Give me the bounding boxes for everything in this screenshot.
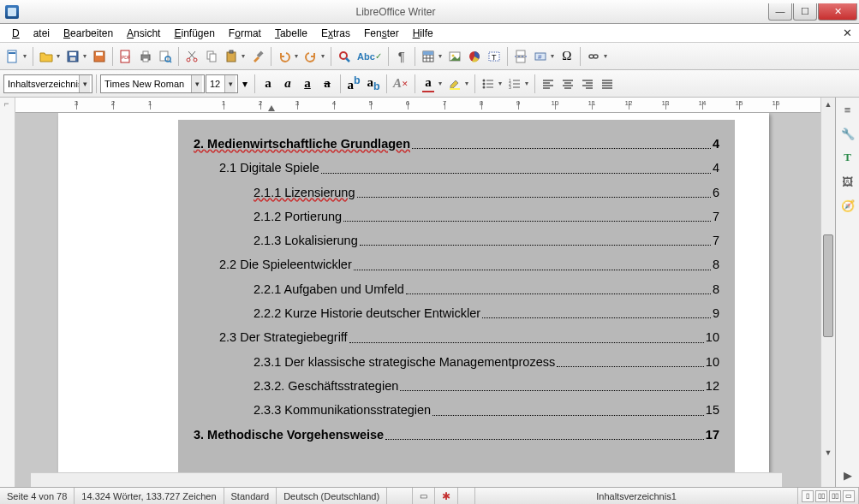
view-book-icon[interactable]: ▯▯ bbox=[829, 490, 841, 502]
bullet-list-button[interactable] bbox=[479, 74, 504, 94]
toc-entry-text: 2.1.2 Portierung bbox=[254, 208, 342, 225]
menu-einfuegen[interactable]: Einfügen bbox=[167, 26, 221, 41]
highlight-color-button[interactable] bbox=[445, 74, 471, 94]
font-name-combo[interactable]: Times New Roman bbox=[100, 74, 205, 93]
svg-point-16 bbox=[194, 58, 197, 62]
print-button[interactable] bbox=[136, 46, 155, 67]
underline-button[interactable]: a bbox=[298, 74, 317, 94]
document-page[interactable]: 2. Medienwirtschaftliche Grundlagen42.1 … bbox=[58, 113, 769, 487]
toc-entry[interactable]: 2.1 Digitale Spiele4 bbox=[194, 159, 719, 176]
toc-entry[interactable]: 2.2.1 Aufgaben und Umfeld8 bbox=[194, 281, 719, 298]
view-web-icon[interactable]: ▭ bbox=[843, 490, 855, 502]
status-page[interactable]: Seite 4 von 78 bbox=[0, 488, 75, 504]
menu-ansicht[interactable]: Ansicht bbox=[120, 26, 167, 41]
font-size-combo[interactable]: 12 bbox=[206, 74, 238, 93]
sidebar-navigator-icon[interactable]: 🧭 bbox=[839, 197, 856, 214]
font-color-button[interactable]: a bbox=[419, 74, 444, 94]
status-language[interactable]: Deutsch (Deutschland) bbox=[277, 488, 387, 504]
toc-entry[interactable]: 2.2.2 Kurze Historie deutscher Entwickle… bbox=[194, 305, 719, 322]
strikethrough-button[interactable]: a bbox=[318, 74, 337, 94]
open-button[interactable] bbox=[37, 46, 63, 67]
insert-special-char-button[interactable]: Ω bbox=[558, 46, 576, 67]
align-justify-button[interactable] bbox=[598, 74, 617, 94]
menu-tabelle[interactable]: Tabelle bbox=[268, 26, 314, 41]
align-left-button[interactable] bbox=[539, 74, 558, 94]
insert-image-button[interactable] bbox=[445, 46, 464, 67]
menu-datei[interactable]: Datei bbox=[5, 26, 57, 41]
insert-table-button[interactable] bbox=[419, 46, 444, 67]
sidebar-gallery-icon[interactable]: 🖼 bbox=[839, 173, 856, 190]
menu-extras[interactable]: Extras bbox=[314, 26, 357, 41]
paste-button[interactable] bbox=[222, 46, 248, 67]
toc-entry-page: 9 bbox=[713, 305, 719, 322]
toc-entry[interactable]: 2.1.3 Lokalisierung7 bbox=[194, 232, 719, 249]
toc-entry[interactable]: 2.1.2 Portierung7 bbox=[194, 208, 719, 225]
find-replace-button[interactable] bbox=[335, 46, 354, 67]
status-wordcount[interactable]: 14.324 Wörter, 133.727 Zeichen bbox=[75, 488, 224, 504]
sidebar-properties-icon[interactable]: ≡ bbox=[839, 101, 856, 118]
toc-entry[interactable]: 2.3.3 Kommunikationsstrategien15 bbox=[194, 401, 719, 418]
italic-button[interactable]: a bbox=[278, 74, 297, 94]
status-modified-icon[interactable]: ✱ bbox=[435, 488, 458, 504]
menu-bearbeiten[interactable]: Bearbeiten bbox=[57, 26, 120, 41]
spellcheck-button[interactable]: Abc✓ bbox=[355, 46, 385, 67]
bold-button[interactable]: a bbox=[259, 74, 277, 94]
align-center-button[interactable] bbox=[558, 74, 577, 94]
cut-button[interactable] bbox=[182, 46, 201, 67]
vertical-scrollbar[interactable]: ▲ ▼ bbox=[820, 98, 835, 487]
insert-hyperlink-button[interactable] bbox=[584, 46, 610, 67]
clear-formatting-button[interactable]: A✕ bbox=[391, 74, 411, 94]
menu-format[interactable]: Format bbox=[222, 26, 268, 41]
sidebar-collapse-icon[interactable]: ▶ bbox=[839, 466, 856, 483]
insert-page-break-button[interactable] bbox=[511, 46, 530, 67]
paragraph-style-combo[interactable]: Inhaltsverzeichnis bbox=[3, 74, 92, 93]
toc-entry[interactable]: 2.2 Die Spieleentwickler8 bbox=[194, 256, 719, 273]
toc-entry[interactable]: 2.3.2. Geschäftsstrategien12 bbox=[194, 377, 719, 394]
view-multi-page-icon[interactable]: ▯▯ bbox=[815, 490, 827, 502]
sidebar-styles-icon[interactable]: 🔧 bbox=[839, 125, 856, 142]
maximize-button[interactable]: ☐ bbox=[793, 3, 817, 21]
close-document-button[interactable]: ✕ bbox=[840, 27, 854, 40]
menu-fenster[interactable]: Fenster bbox=[357, 26, 406, 41]
toc-entry[interactable]: 2.3.1 Der klassische strategische Manage… bbox=[194, 353, 719, 371]
save-button[interactable] bbox=[63, 46, 89, 67]
toc-entry-page: 12 bbox=[706, 377, 719, 394]
toc-entry-page: 4 bbox=[713, 135, 719, 152]
format-paintbrush-button[interactable] bbox=[248, 46, 267, 67]
insert-textbox-button[interactable]: T bbox=[485, 46, 504, 67]
status-selection-mode[interactable]: ▭ bbox=[413, 488, 435, 504]
numbered-list-button[interactable]: 123 bbox=[505, 74, 531, 94]
print-preview-button[interactable] bbox=[156, 46, 175, 67]
export-pdf-button[interactable]: PDF bbox=[116, 46, 135, 67]
toc-entry[interactable]: 2.1.1 Lizensierung6 bbox=[194, 184, 719, 201]
toc-entry[interactable]: 2.3 Der Strategiebegriff10 bbox=[194, 329, 719, 346]
toc-leader-dots bbox=[412, 135, 711, 149]
scrollbar-thumb[interactable] bbox=[823, 234, 833, 337]
redo-button[interactable] bbox=[301, 46, 327, 67]
toc-entry[interactable]: 3. Methodische Vorgehensweise17 bbox=[194, 426, 719, 443]
nonprinting-chars-button[interactable]: ¶ bbox=[392, 46, 411, 67]
toc-entry[interactable]: 2. Medienwirtschaftliche Grundlagen4 bbox=[194, 135, 719, 152]
insert-field-button[interactable]: # bbox=[531, 46, 557, 67]
subscript-button[interactable]: ab bbox=[364, 74, 383, 94]
toc-leader-dots bbox=[385, 426, 704, 440]
horizontal-ruler[interactable]: 32112345678910111213141516 bbox=[15, 98, 820, 113]
close-button[interactable]: ✕ bbox=[818, 3, 857, 21]
copy-button[interactable] bbox=[202, 46, 221, 67]
status-signature[interactable] bbox=[458, 488, 475, 504]
save-as-button[interactable] bbox=[90, 46, 109, 67]
undo-button[interactable] bbox=[275, 46, 301, 67]
menu-hilfe[interactable]: Hilfe bbox=[406, 26, 440, 41]
new-document-button[interactable] bbox=[3, 46, 29, 67]
status-pagestyle[interactable]: Standard bbox=[224, 488, 277, 504]
align-right-button[interactable] bbox=[578, 74, 597, 94]
vertical-ruler[interactable]: L bbox=[0, 98, 15, 487]
sidebar-text-icon[interactable]: T bbox=[839, 149, 856, 166]
view-single-page-icon[interactable]: ▯ bbox=[802, 490, 814, 502]
font-size-dropdown[interactable]: ▾ bbox=[239, 74, 251, 94]
insert-chart-button[interactable] bbox=[465, 46, 484, 67]
horizontal-scrollbar[interactable] bbox=[31, 472, 782, 487]
superscript-button[interactable]: ab bbox=[344, 74, 363, 94]
status-insert-mode[interactable] bbox=[387, 488, 413, 504]
minimize-button[interactable]: — bbox=[768, 3, 792, 21]
